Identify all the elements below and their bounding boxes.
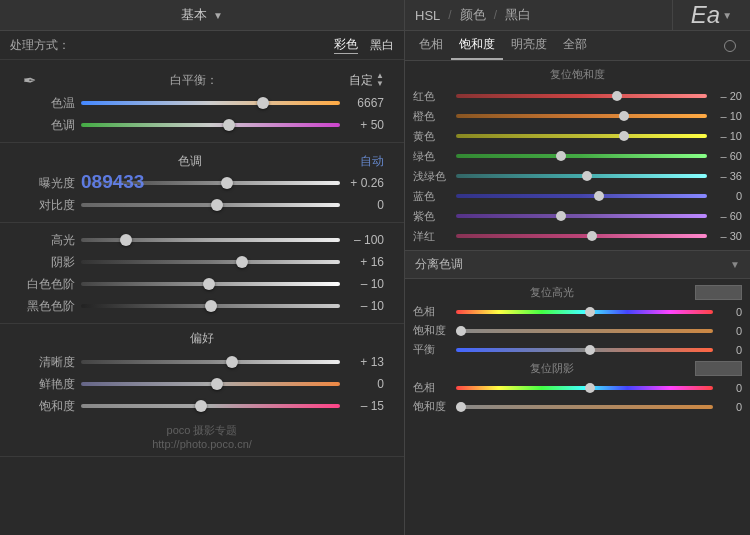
tone-auto-btn[interactable]: 自动 — [360, 153, 384, 170]
tint-slider-row: 色调 + 50 — [10, 114, 394, 136]
temp-thumb[interactable] — [257, 97, 269, 109]
contrast-slider[interactable] — [81, 203, 340, 207]
st-shadow-hue-value: 0 — [718, 382, 742, 394]
st-hue-slider[interactable] — [456, 310, 713, 314]
wb-value[interactable]: 自定 ▲▼ — [349, 72, 384, 89]
vibrance-slider[interactable] — [81, 382, 340, 386]
reset-highlight-label: 复位高光 — [413, 285, 690, 300]
hsl-red-slider[interactable] — [456, 94, 707, 98]
hsl-orange-label: 橙色 — [413, 109, 451, 124]
hsl-red-row: 红色 – 20 — [405, 86, 750, 106]
st-shadow-sat-thumb[interactable] — [456, 402, 466, 412]
vibrance-thumb[interactable] — [211, 378, 223, 390]
color-tab[interactable]: 颜色 — [460, 6, 486, 24]
st-sat-slider[interactable] — [456, 329, 713, 333]
tab-all[interactable]: 全部 — [555, 31, 595, 60]
shadow-slider[interactable] — [81, 260, 340, 264]
highlight-label: 高光 — [20, 232, 75, 249]
tint-slider[interactable] — [81, 123, 340, 127]
hsl-magenta-thumb[interactable] — [587, 231, 597, 241]
tint-label: 色调 — [20, 117, 75, 134]
mode-label: 处理方式： — [10, 37, 70, 54]
right-top-header: HSL / 颜色 / 黑白 Ea ▼ — [405, 0, 750, 31]
st-balance-thumb[interactable] — [585, 345, 595, 355]
mode-color-btn[interactable]: 彩色 — [334, 36, 358, 54]
st-hue-thumb[interactable] — [585, 307, 595, 317]
exposure-thumb[interactable] — [221, 177, 233, 189]
hsl-orange-slider[interactable] — [456, 114, 707, 118]
clarity-slider[interactable] — [81, 360, 340, 364]
watermark: poco 摄影专题 http://photo.poco.cn/ — [10, 417, 394, 450]
hsl-blue-slider[interactable] — [456, 194, 707, 198]
hsl-green-slider[interactable] — [456, 154, 707, 158]
hsl-purple-slider[interactable] — [456, 214, 707, 218]
tab-saturation[interactable]: 饱和度 — [451, 31, 503, 60]
tab-brightness[interactable]: 明亮度 — [503, 31, 555, 60]
mode-bw-btn[interactable]: 黑白 — [370, 37, 394, 54]
main-container: 基本 ▼ 处理方式： 彩色 黑白 ✒ 白平衡： 自定 ▲▼ 色温 — [0, 0, 750, 535]
reset-highlight-btn[interactable] — [695, 285, 742, 300]
sep2: / — [494, 8, 497, 22]
exposure-slider[interactable]: 089433 — [81, 181, 340, 185]
hsl-aqua-thumb[interactable] — [582, 171, 592, 181]
temp-label: 色温 — [20, 95, 75, 112]
st-shadow-hue-thumb[interactable] — [585, 383, 595, 393]
st-shadow-sat-slider[interactable] — [456, 405, 713, 409]
temp-value: 6667 — [346, 96, 384, 110]
hsl-green-thumb[interactable] — [556, 151, 566, 161]
saturation-value: – 15 — [346, 399, 384, 413]
st-balance-value: 0 — [718, 344, 742, 356]
watermark-line2: http://photo.poco.cn/ — [10, 438, 394, 450]
reset-shadow-btn[interactable] — [695, 361, 742, 376]
bw-tab[interactable]: 黑白 — [505, 6, 531, 24]
hsl-purple-thumb[interactable] — [556, 211, 566, 221]
st-shadow-hue-slider[interactable] — [456, 386, 713, 390]
reset-shadow-label: 复位阴影 — [413, 361, 690, 376]
st-balance-slider[interactable] — [456, 348, 713, 352]
saturation-slider[interactable] — [81, 404, 340, 408]
hsl-red-thumb[interactable] — [612, 91, 622, 101]
saturation-label: 饱和度 — [20, 398, 75, 415]
circle-indicator — [724, 40, 736, 52]
white-thumb[interactable] — [203, 278, 215, 290]
saturation-thumb[interactable] — [195, 400, 207, 412]
shadow-value: + 16 — [346, 255, 384, 269]
st-sat-thumb[interactable] — [456, 326, 466, 336]
black-slider[interactable] — [81, 304, 340, 308]
shadow-slider-row: 阴影 + 16 — [10, 251, 394, 273]
clarity-thumb[interactable] — [226, 356, 238, 368]
st-shadow-hue-row: 色相 0 — [405, 378, 750, 397]
highlight-slider-row: 高光 – 100 — [10, 229, 394, 251]
highlight-thumb[interactable] — [120, 234, 132, 246]
contrast-thumb[interactable] — [211, 199, 223, 211]
tint-thumb[interactable] — [223, 119, 235, 131]
exposure-label: 曝光度 — [20, 175, 75, 192]
highlight-slider[interactable] — [81, 238, 340, 242]
black-thumb[interactable] — [205, 300, 217, 312]
hsl-magenta-slider[interactable] — [456, 234, 707, 238]
hsl-yellow-slider[interactable] — [456, 134, 707, 138]
hsl-orange-thumb[interactable] — [619, 111, 629, 121]
hsl-blue-thumb[interactable] — [594, 191, 604, 201]
tone-section: 色调 自动 曝光度 089433 + 0.26 对比度 0 — [0, 143, 404, 223]
st-shadow-sat-value: 0 — [718, 401, 742, 413]
eyedropper-icon[interactable]: ✒ — [20, 71, 38, 89]
tab-hue[interactable]: 色相 — [411, 31, 451, 60]
st-sat-label: 饱和度 — [413, 323, 451, 338]
temp-slider[interactable] — [81, 101, 340, 105]
white-slider[interactable] — [81, 282, 340, 286]
hsl-blue-value: 0 — [712, 190, 742, 202]
header-arrow: ▼ — [213, 10, 223, 21]
watermark-line1: poco 摄影专题 — [10, 423, 394, 438]
white-value: – 10 — [346, 277, 384, 291]
left-header[interactable]: 基本 ▼ — [0, 0, 404, 31]
hsl-green-label: 绿色 — [413, 149, 451, 164]
hs-section: 高光 – 100 阴影 + 16 白色色阶 – 10 — [0, 223, 404, 324]
vibrance-value: 0 — [346, 377, 384, 391]
split-tone-header[interactable]: 分离色调 ▼ — [405, 250, 750, 279]
vibrance-slider-row: 鲜艳度 0 — [10, 373, 394, 395]
contrast-value: 0 — [346, 198, 384, 212]
hsl-yellow-thumb[interactable] — [619, 131, 629, 141]
shadow-thumb[interactable] — [236, 256, 248, 268]
hsl-aqua-slider[interactable] — [456, 174, 707, 178]
